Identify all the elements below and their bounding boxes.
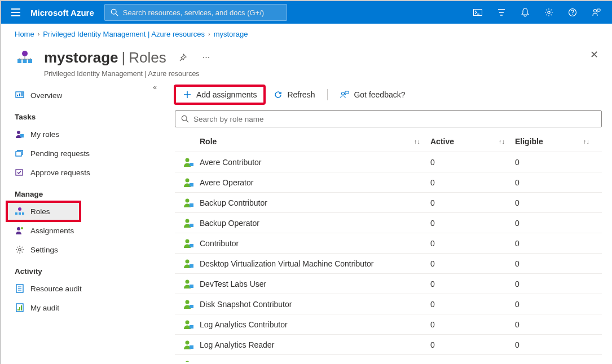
svg-rect-28	[15, 212, 17, 215]
assignments-icon	[15, 225, 25, 236]
col-label: Eligible	[515, 137, 543, 146]
table-row[interactable]: Avere Operator00	[175, 172, 602, 193]
cell-role: Desktop Virtualization Virtual Machine C…	[200, 259, 430, 268]
sidebar-item-roles[interactable]: Roles	[7, 202, 80, 221]
breadcrumb-pim[interactable]: Privileged Identity Management | Azure r…	[43, 30, 205, 38]
cell-eligible: 0	[515, 259, 600, 268]
overview-icon	[15, 90, 25, 100]
sidebar-item-pending[interactable]: Pending requests	[1, 144, 165, 163]
table-row[interactable]: Logic App Contributor00	[175, 355, 602, 362]
sidebar-item-overview[interactable]: Overview	[1, 86, 165, 105]
svg-point-55	[186, 361, 190, 362]
table-row[interactable]: Contributor00	[175, 233, 602, 254]
sidebar-item-myroles[interactable]: My roles	[1, 125, 165, 144]
settings-icon	[15, 245, 25, 255]
svg-rect-13	[23, 59, 27, 63]
svg-point-11	[22, 51, 28, 56]
svg-point-45	[186, 158, 190, 162]
sidebar-item-settings[interactable]: Settings	[1, 240, 165, 259]
svg-rect-0	[11, 8, 20, 10]
cell-active: 0	[430, 158, 515, 167]
bell-icon	[521, 8, 529, 17]
svg-point-50	[186, 259, 190, 263]
table-row[interactable]: Log Analytics Contributor00	[175, 314, 602, 335]
svg-point-42	[342, 92, 345, 95]
sort-icon: ↑↓	[583, 138, 600, 145]
got-feedback-button[interactable]: Got feedback?	[333, 87, 412, 103]
svg-rect-21	[19, 94, 20, 96]
sort-icon: ↑↓	[414, 138, 430, 145]
svg-point-9	[572, 14, 573, 15]
role-search-input[interactable]	[193, 115, 596, 123]
sidebar-item-approve[interactable]: Approve requests	[1, 163, 165, 182]
table-row[interactable]: DevTest Labs User00	[175, 274, 602, 294]
breadcrumb-home[interactable]: Home	[15, 30, 34, 38]
myaudit-icon	[15, 303, 25, 313]
role-search[interactable]	[175, 110, 602, 127]
hamburger-menu-button[interactable]	[6, 8, 26, 16]
table-row[interactable]: Avere Contributor00	[175, 152, 602, 172]
cell-role: Avere Operator	[200, 178, 430, 187]
help-button[interactable]	[561, 1, 584, 24]
sidebar-item-label: Resource audit	[30, 285, 82, 293]
sidebar-item-label: My roles	[30, 130, 59, 139]
cell-active: 0	[430, 198, 515, 207]
more-button[interactable]: ···	[199, 52, 213, 63]
sidebar-item-resaudit[interactable]: Resource audit	[1, 279, 165, 298]
cell-eligible: 0	[515, 361, 600, 362]
cell-eligible: 0	[515, 340, 600, 349]
collapse-sidebar-button[interactable]: «	[153, 83, 157, 91]
sidebar-item-label: My audit	[30, 304, 59, 312]
global-search[interactable]: Search resources, services, and docs (G+…	[104, 4, 287, 21]
add-assignments-button[interactable]: Add assignments	[175, 86, 265, 104]
col-active[interactable]: Active ↑↓	[430, 137, 515, 146]
hamburger-icon	[11, 8, 20, 16]
page-header: mystorage | Roles ··· ✕	[1, 44, 612, 70]
svg-point-51	[186, 279, 190, 283]
col-eligible[interactable]: Eligible ↑↓	[515, 137, 600, 146]
feedback-icon	[340, 90, 349, 99]
cell-active: 0	[430, 320, 515, 329]
sidebar: « Overview TasksMy rolesPending requests…	[1, 82, 165, 362]
svg-point-54	[186, 340, 190, 344]
breadcrumb-resource[interactable]: mystorage	[214, 30, 248, 38]
cell-eligible: 0	[515, 198, 600, 207]
svg-rect-29	[19, 212, 21, 215]
brand-label[interactable]: Microsoft Azure	[30, 8, 100, 17]
page-subtitle: Privileged Identity Management | Azure r…	[1, 70, 612, 82]
cell-eligible: 0	[515, 320, 600, 329]
table-row[interactable]: Disk Snapshot Contributor00	[175, 294, 602, 314]
col-role[interactable]: Role ↑↓	[200, 137, 430, 146]
close-button[interactable]: ✕	[590, 48, 598, 61]
directory-button[interactable]	[490, 1, 513, 24]
cloud-shell-button[interactable]	[466, 1, 489, 24]
sidebar-item-assignments[interactable]: Assignments	[1, 221, 165, 240]
role-icon	[177, 177, 200, 188]
pin-button[interactable]	[175, 54, 190, 61]
svg-point-3	[111, 9, 116, 14]
svg-point-48	[186, 219, 190, 223]
pin-icon	[179, 54, 187, 61]
settings-button[interactable]	[538, 1, 560, 24]
table-row[interactable]: Backup Operator00	[175, 213, 602, 233]
col-label: Role	[200, 137, 217, 146]
svg-rect-25	[16, 152, 21, 156]
feedback-button-top[interactable]	[585, 1, 607, 24]
table-row[interactable]: Backup Contributor00	[175, 193, 602, 213]
cell-active: 0	[430, 279, 515, 288]
cell-role: Backup Contributor	[200, 198, 430, 207]
table-row[interactable]: Desktop Virtualization Virtual Machine C…	[175, 254, 602, 274]
table-row[interactable]: Log Analytics Reader00	[175, 335, 602, 355]
role-icon	[177, 238, 200, 248]
svg-rect-41	[21, 305, 22, 310]
cell-active: 0	[430, 259, 515, 268]
cell-eligible: 0	[515, 178, 600, 187]
notifications-button[interactable]	[514, 1, 536, 24]
cell-role: Contributor	[200, 239, 430, 248]
filter-icon	[497, 8, 506, 17]
page-title-sep: |	[122, 49, 126, 66]
person-feedback-icon	[592, 8, 601, 17]
cell-active: 0	[430, 219, 515, 228]
refresh-button[interactable]: Refresh	[267, 87, 322, 103]
sidebar-item-myaudit[interactable]: My audit	[1, 298, 165, 317]
